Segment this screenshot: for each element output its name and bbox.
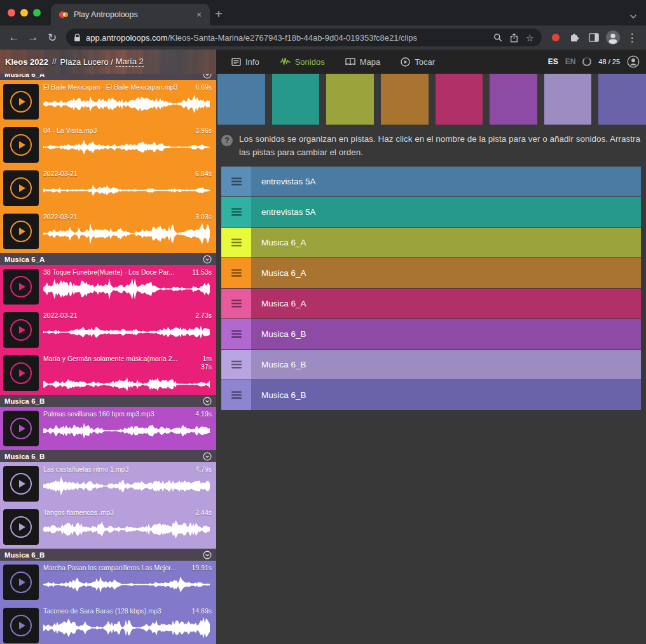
section-toggle-icon[interactable] [203, 452, 212, 461]
clip-row[interactable]: Marcha Pasan los campanilleros Las Mejor… [0, 561, 216, 604]
minimize-window-button[interactable] [20, 9, 28, 17]
track-color-square[interactable] [490, 74, 537, 125]
track-drag-handle[interactable] [221, 319, 251, 349]
breadcrumb-path[interactable]: Plaza Lucero / [60, 57, 113, 67]
track-drag-handle[interactable] [221, 197, 251, 227]
zoom-icon[interactable] [493, 33, 502, 42]
track-color-square[interactable] [544, 74, 592, 125]
track-drag-handle[interactable] [221, 258, 251, 288]
browser-tab[interactable]: Play Antropoloops × [51, 4, 210, 25]
track-section-header[interactable]: Musica 6_B [0, 395, 216, 407]
track-row[interactable]: entrevistas 5A [221, 167, 641, 196]
track-color-square[interactable] [326, 74, 374, 125]
section-toggle-icon[interactable] [203, 397, 212, 406]
clip-duration: 2.73s [195, 312, 212, 319]
clip-play-button[interactable] [3, 355, 39, 391]
user-icon[interactable] [627, 55, 640, 68]
recording-extension-icon[interactable] [552, 34, 560, 41]
track-bar[interactable]: Musica 6_A [251, 228, 641, 257]
breadcrumb-project[interactable]: Kleos 2022 [5, 57, 48, 67]
main-content: Musica 6_A El Baile Mexicapan - El Baile… [0, 74, 646, 644]
profile-avatar[interactable] [604, 29, 622, 46]
clip-duration: 3.03s [195, 213, 212, 221]
bookmark-star-icon[interactable]: ☆ [526, 33, 534, 43]
clip-row[interactable]: 38 Toque Funebre(Muerte) - Los Doce Par.… [0, 265, 216, 308]
track-row[interactable]: Musica 6_A [221, 258, 641, 288]
clip-play-button[interactable] [3, 411, 39, 446]
track-bar[interactable]: Musica 6_B [251, 380, 641, 410]
clip-duration: 6.69s [195, 83, 212, 91]
fullscreen-window-button[interactable] [33, 9, 41, 17]
clip-play-button[interactable] [3, 269, 39, 305]
track-drag-handle[interactable] [221, 350, 251, 380]
breadcrumb-current[interactable]: María 2 [116, 57, 144, 67]
track-bar[interactable]: Musica 6_B [251, 350, 641, 380]
clip-row[interactable]: María y Germán solamente música(maría 2.… [0, 352, 216, 395]
address-bar[interactable]: app.antropoloops.com/Kleos-Santa-Marina/… [66, 29, 542, 46]
clip-play-button[interactable] [3, 312, 39, 348]
track-bar[interactable]: entrevistas 5A [251, 197, 641, 227]
clip-play-button[interactable] [3, 170, 39, 206]
track-row[interactable]: Musica 6_B [221, 319, 641, 349]
app-header: Kleos 2022 // Plaza Lucero / María 2 Inf… [0, 50, 646, 74]
clip-row[interactable]: El Baile Mexicapan - El Baile Mexicapan.… [0, 80, 216, 123]
section-toggle-icon[interactable] [203, 551, 212, 559]
track-drag-handle[interactable] [221, 289, 251, 319]
track-bar[interactable]: Musica 6_A [251, 289, 641, 319]
clip-play-button[interactable] [3, 214, 39, 249]
tab-close-icon[interactable]: × [193, 9, 205, 20]
clip-row[interactable]: Taconeo de Sara Baras (128 kbps).mp3 14.… [0, 604, 216, 644]
nav-sonidos[interactable]: Sonidos [280, 57, 325, 67]
track-section-header[interactable]: Musica 6_A [0, 74, 216, 80]
clip-play-button[interactable] [3, 127, 39, 163]
track-drag-handle[interactable] [221, 228, 251, 257]
clip-row[interactable]: Las castañuelas ritmo 1.mp3 4.79s [0, 462, 216, 505]
clip-row[interactable]: Tangos flamencos .mp3 2.44s [0, 505, 216, 549]
clip-play-button[interactable] [3, 509, 39, 545]
track-section-header[interactable]: Musica 6_B [0, 549, 216, 561]
forward-button[interactable]: → [24, 29, 42, 46]
track-drag-handle[interactable] [221, 167, 251, 196]
back-button[interactable]: ← [5, 29, 23, 46]
new-tab-button[interactable]: + [210, 4, 228, 25]
nav-mapa[interactable]: Mapa [345, 57, 381, 67]
track-color-square[interactable] [381, 74, 429, 125]
clip-row[interactable]: Palmas sevillanas 160 bpm mp3.mp3 4.19s [0, 407, 216, 450]
share-icon[interactable] [510, 33, 518, 43]
clip-row[interactable]: 2022-03-21 3.03s [0, 210, 216, 253]
clip-row[interactable]: 04 - La Visita.mp3 3.96s [0, 123, 216, 167]
track-color-square[interactable] [598, 74, 646, 125]
track-row[interactable]: Musica 6_A [221, 228, 641, 257]
track-row[interactable]: Musica 6_A [221, 289, 641, 319]
side-panel-icon[interactable] [585, 29, 603, 46]
track-bar[interactable]: Musica 6_A [251, 258, 641, 288]
close-window-button[interactable] [8, 9, 15, 17]
track-drag-handle[interactable] [221, 380, 251, 410]
clip-play-button[interactable] [3, 608, 39, 643]
clip-row[interactable]: 2022-03-21 6.84s [0, 167, 216, 210]
section-toggle-icon[interactable] [203, 255, 212, 264]
extensions-puzzle-icon[interactable] [566, 29, 584, 46]
nav-tocar[interactable]: Tocar [401, 57, 435, 67]
track-color-square[interactable] [436, 74, 483, 125]
lang-en-button[interactable]: EN [565, 57, 576, 66]
tab-search-chevron-icon[interactable] [629, 10, 637, 22]
track-row[interactable]: entrevistas 5A [221, 197, 641, 227]
track-section-header[interactable]: Musica 6_A [0, 253, 216, 265]
browser-menu-kebab-icon[interactable]: ⋮ [623, 29, 641, 46]
clip-play-button[interactable] [3, 84, 39, 120]
track-bar[interactable]: Musica 6_B [251, 319, 641, 349]
track-section-header[interactable]: Musica 6_B [0, 450, 216, 462]
section-toggle-icon[interactable] [203, 74, 212, 79]
track-bar[interactable]: entrevistas 5A [251, 167, 641, 196]
clip-row[interactable]: 2022-03-21 2.73s [0, 308, 216, 352]
clip-play-button[interactable] [3, 466, 39, 502]
clip-play-button[interactable] [3, 565, 39, 600]
track-color-square[interactable] [272, 74, 320, 125]
track-row[interactable]: Musica 6_B [221, 350, 641, 380]
track-row[interactable]: Musica 6_B [221, 380, 641, 410]
nav-info[interactable]: Info [231, 57, 259, 67]
reload-button[interactable]: ↻ [43, 29, 61, 46]
lang-es-button[interactable]: ES [548, 57, 558, 66]
track-color-square[interactable] [217, 74, 265, 125]
